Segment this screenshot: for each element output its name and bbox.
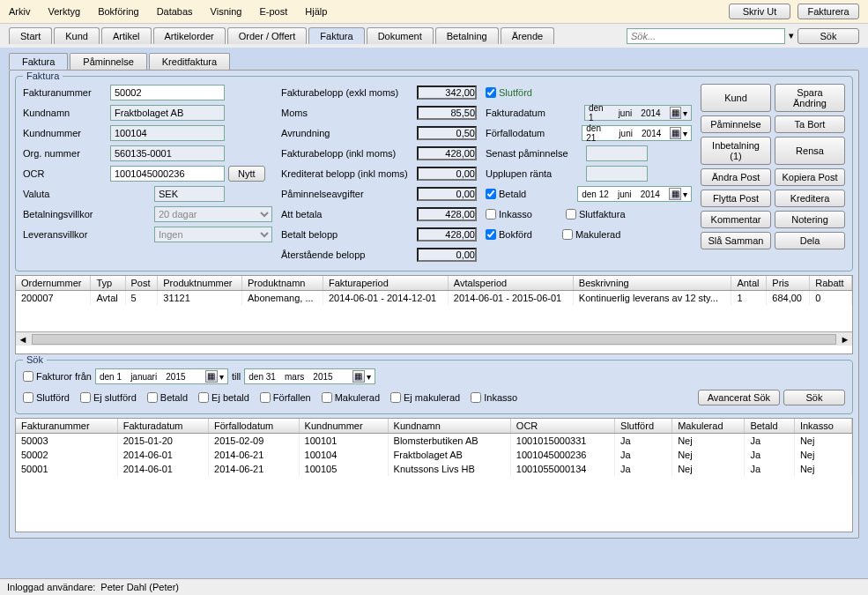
col-header[interactable]: Inkasso — [794, 419, 851, 434]
scroll-left-icon[interactable]: ◄ — [16, 334, 30, 345]
ocr-new-button[interactable]: Nytt — [228, 166, 265, 182]
filter-förfallen[interactable]: Förfallen — [260, 392, 311, 403]
calendar-icon[interactable]: ▦ — [670, 127, 681, 139]
chk-paid[interactable]: Betald — [486, 189, 526, 199]
search-dropdown-icon[interactable]: ▾ — [785, 30, 798, 41]
btn-payment[interactable]: Inbetalning (1) — [701, 137, 771, 165]
select-deliv-terms[interactable]: Ingen — [154, 227, 272, 242]
tab-order-offert[interactable]: Order / Offert — [227, 27, 308, 44]
btn-note[interactable]: Notering — [775, 211, 845, 228]
btn-customer[interactable]: Kund — [701, 84, 771, 112]
chevron-down-icon[interactable]: ▾ — [219, 372, 224, 382]
chk-from[interactable]: Fakturor från — [23, 371, 92, 382]
chevron-down-icon[interactable]: ▾ — [683, 190, 687, 199]
col-header[interactable]: Kundnamn — [388, 419, 510, 434]
col-header[interactable]: Typ — [91, 276, 125, 291]
col-header[interactable]: Kundnummer — [299, 419, 388, 434]
filter-ej-betald[interactable]: Ej betald — [198, 392, 249, 403]
chk-final[interactable]: Slutfaktura — [566, 209, 626, 219]
chevron-down-icon[interactable]: ▾ — [683, 129, 687, 138]
date-invoice[interactable]: den 1 juni 2014 ▦▾ — [584, 105, 692, 121]
tab-betalning[interactable]: Betalning — [435, 27, 499, 44]
input-currency[interactable] — [154, 186, 225, 202]
calendar-icon[interactable]: ▦ — [205, 370, 218, 383]
chevron-down-icon[interactable]: ▾ — [367, 372, 371, 382]
table-row[interactable]: 200007Avtal531121Abonemang, ...2014-06-0… — [16, 291, 852, 306]
col-header[interactable]: Antal — [731, 276, 767, 291]
col-header[interactable]: Produktnamn — [242, 276, 323, 291]
btn-split[interactable]: Dela — [775, 232, 845, 249]
col-header[interactable]: OCR — [510, 419, 614, 434]
input-ocr[interactable] — [110, 166, 225, 182]
print-button[interactable]: Skriv Ut — [729, 4, 790, 19]
tab-start[interactable]: Start — [9, 27, 52, 44]
col-header[interactable]: Beskrivning — [573, 276, 731, 291]
input-cust-no[interactable] — [110, 125, 225, 141]
global-search-button[interactable]: Sök — [798, 28, 859, 44]
btn-move[interactable]: Flytta Post — [701, 190, 771, 207]
table-row[interactable]: 500012014-06-012014-06-21100105Knutssons… — [16, 462, 852, 476]
btn-clear[interactable]: Rensa — [775, 137, 845, 165]
chk-void[interactable]: Makulerad — [562, 229, 620, 240]
filter-inkasso[interactable]: Inkasso — [471, 392, 517, 403]
filter-ej-slutförd[interactable]: Ej slutförd — [80, 392, 137, 403]
btn-credit[interactable]: Kreditera — [775, 190, 845, 207]
menu-verktyg[interactable]: Verktyg — [48, 6, 80, 17]
scroll-right-icon[interactable]: ► — [838, 334, 852, 345]
table-row[interactable]: 500032015-01-202015-02-09100101Blomsterb… — [16, 434, 852, 449]
filter-slutförd[interactable]: Slutförd — [23, 392, 70, 403]
col-header[interactable]: Slutförd — [615, 419, 672, 434]
btn-comment[interactable]: Kommentar — [701, 211, 771, 228]
col-header[interactable]: Post — [125, 276, 158, 291]
col-header[interactable]: Pris — [767, 276, 810, 291]
chevron-down-icon[interactable]: ▾ — [683, 108, 687, 118]
btn-advanced-search[interactable]: Avancerat Sök — [698, 390, 780, 405]
btn-reminder[interactable]: Påminnelse — [701, 115, 771, 133]
btn-copy[interactable]: Kopiera Post — [775, 168, 845, 186]
menu-arkiv[interactable]: Arkiv — [9, 6, 30, 17]
tab-arende[interactable]: Ärende — [501, 27, 554, 44]
h-scrollbar[interactable]: ◄ ► — [16, 331, 852, 346]
select-pay-terms[interactable]: 20 dagar — [154, 206, 272, 222]
filter-betald[interactable]: Betald — [147, 392, 188, 403]
tab-dokument[interactable]: Dokument — [367, 27, 434, 44]
chk-posted[interactable]: Bokförd — [486, 229, 532, 240]
tab-artikelorder[interactable]: Artikelorder — [153, 27, 226, 44]
menu-databas[interactable]: Databas — [157, 6, 193, 17]
btn-delete[interactable]: Ta Bort — [775, 115, 845, 133]
col-header[interactable]: Betald — [745, 419, 794, 434]
filter-ej-makulerad[interactable]: Ej makulerad — [390, 392, 460, 403]
chk-inkasso[interactable]: Inkasso — [486, 209, 532, 219]
btn-search[interactable]: Sök — [783, 390, 845, 405]
col-header[interactable]: Ordernummer — [16, 276, 91, 291]
date-paid[interactable]: den 12 juni 2014 ▦▾ — [577, 186, 692, 202]
col-header[interactable]: Förfallodatum — [209, 419, 300, 434]
filter-makulerad[interactable]: Makulerad — [322, 392, 380, 403]
scrollbar-thumb[interactable] — [32, 334, 836, 345]
col-header[interactable]: Fakturanummer — [16, 419, 117, 434]
table-row[interactable]: 500022014-06-012014-06-21100104Fraktbola… — [16, 448, 852, 462]
subtab-kreditfaktura[interactable]: Kreditfaktura — [149, 53, 230, 70]
btn-merge[interactable]: Slå Samman — [701, 232, 771, 249]
subtab-faktura[interactable]: Faktura — [9, 53, 68, 70]
calendar-icon[interactable]: ▦ — [670, 107, 681, 119]
date-to[interactable]: den 31 mars 2015 ▦▾ — [244, 368, 375, 384]
col-header[interactable]: Avtalsperiod — [448, 276, 573, 291]
col-header[interactable]: Rabatt — [810, 276, 852, 291]
chk-completed[interactable]: Slutförd — [486, 87, 532, 98]
col-header[interactable]: Fakturadatum — [117, 419, 208, 434]
tab-artikel[interactable]: Artikel — [101, 27, 152, 44]
calendar-icon[interactable]: ▦ — [352, 370, 365, 383]
subtab-paminnelse[interactable]: Påminnelse — [70, 53, 146, 70]
btn-edit[interactable]: Ändra Post — [701, 168, 771, 186]
tab-kund[interactable]: Kund — [54, 27, 100, 44]
menu-epost[interactable]: E-post — [260, 6, 288, 17]
date-from[interactable]: den 1 januari 2015 ▦▾ — [95, 368, 228, 384]
menu-visning[interactable]: Visning — [211, 6, 242, 17]
col-header[interactable]: Makulerad — [672, 419, 745, 434]
calendar-icon[interactable]: ▦ — [669, 188, 681, 200]
input-org-no[interactable] — [110, 145, 225, 161]
input-invoice-no[interactable] — [110, 85, 225, 100]
menu-hjalp[interactable]: Hjälp — [305, 6, 327, 17]
tab-faktura[interactable]: Faktura — [308, 27, 364, 44]
